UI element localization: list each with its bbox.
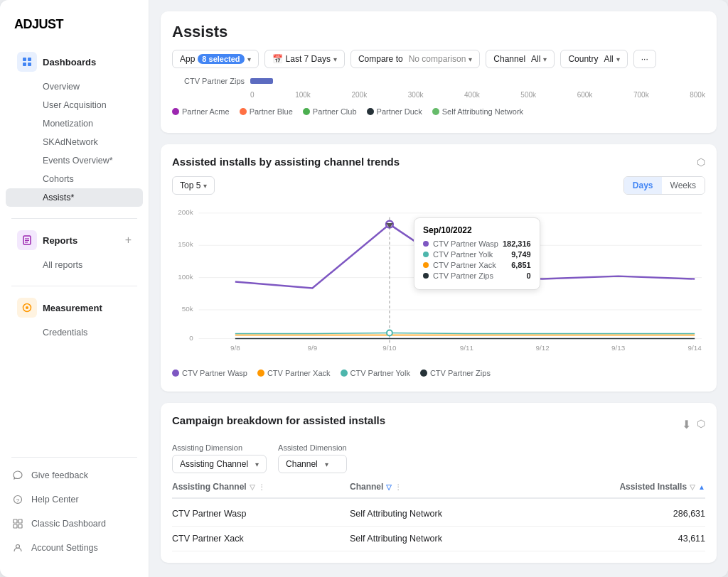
more-icon-channel[interactable]: ⋮ (395, 483, 402, 491)
legend-label-zips: CTV Partner Zips (430, 369, 491, 377)
account-settings-item[interactable]: Account Settings (0, 536, 149, 560)
filter-icon-assisting[interactable]: ▽ (250, 483, 255, 491)
axis-600k: 600k (577, 91, 593, 99)
axis-400k: 400k (464, 91, 480, 99)
legend-dot-yolk (341, 370, 348, 377)
legend-label-blue: Partner Blue (250, 107, 293, 116)
sidebar-item-overview[interactable]: Overview (6, 77, 143, 96)
sidebar-item-all-reports[interactable]: All reports (6, 256, 143, 274)
legend-dot-zips (420, 370, 427, 377)
assisting-dim-select[interactable]: Assisting Channel ▾ (172, 455, 267, 473)
date-filter-btn[interactable]: 📅 Last 7 Days ▾ (264, 50, 345, 68)
svg-rect-12 (14, 519, 17, 523)
svg-text:9/12: 9/12 (535, 344, 549, 352)
legend-label-self-attr: Self Attributing Network (442, 107, 523, 116)
svg-text:9/8: 9/8 (230, 344, 240, 352)
app-logo: ADJUST (0, 11, 149, 46)
assisted-dim-label: Assisted Dimension (278, 443, 347, 452)
days-toggle-btn[interactable]: Days (624, 177, 662, 194)
svg-rect-15 (18, 524, 22, 528)
app-label: App (180, 54, 195, 64)
axis-500k: 500k (520, 91, 536, 99)
dashboards-icon (17, 52, 37, 72)
classic-dashboard-item[interactable]: Classic Dashboard (0, 512, 149, 536)
channel-label: Channel (493, 54, 525, 64)
svg-text:?: ? (16, 497, 20, 504)
sidebar-divider-1 (11, 218, 137, 219)
account-settings-label: Account Settings (31, 543, 98, 553)
line-chart-svg: 200k 150k 100k 50k 0 (172, 203, 705, 357)
breakdown-title: Campaign breakdown for assisted installs (172, 414, 682, 426)
svg-rect-3 (28, 63, 31, 66)
measurement-group-header[interactable]: Measurement (6, 292, 143, 323)
weeks-toggle-btn[interactable]: Weeks (662, 177, 705, 194)
download-icon[interactable]: ⬇ (682, 418, 691, 431)
page-header: Assists (172, 23, 705, 41)
sidebar-item-events-overview[interactable]: Events Overview* (6, 151, 143, 170)
svg-text:150k: 150k (178, 240, 193, 248)
td-installs-1: 286,631 (528, 509, 705, 519)
breakdown-table: Assisting Channel ▽ ⋮ Channel ▽ ⋮ Assist… (172, 482, 705, 551)
reports-group-header[interactable]: Reports + (6, 225, 143, 256)
legend-xack: CTV Partner Xack (257, 369, 331, 377)
give-feedback-item[interactable]: Give feedback (0, 463, 149, 487)
help-center-item[interactable]: ? Help Center (0, 487, 149, 512)
footer-divider (11, 457, 137, 458)
th-assisting-channel: Assisting Channel ▽ ⋮ (172, 482, 350, 492)
svg-text:9/10: 9/10 (382, 344, 397, 352)
date-label: Last 7 Days (286, 54, 331, 64)
assisted-dim-chevron-icon: ▾ (325, 460, 328, 468)
country-filter-btn[interactable]: Country All ▾ (560, 50, 627, 68)
reports-add-icon[interactable]: + (125, 234, 132, 247)
svg-text:50k: 50k (182, 305, 193, 313)
filter-icon-installs[interactable]: ▽ (690, 483, 695, 491)
bar-row: CTV Partner Zips (172, 77, 705, 85)
table-row-2: CTV Partner Xack Self Attributing Networ… (172, 527, 705, 551)
td-installs-2: 43,611 (528, 534, 705, 544)
assisted-dim-group: Assisted Dimension Channel ▾ (278, 443, 347, 473)
more-options-icon: ··· (641, 54, 648, 64)
td-assisting-1: CTV Partner Wasp (172, 509, 350, 519)
account-icon (11, 541, 24, 554)
assisting-dim-chevron-icon: ▾ (255, 460, 259, 468)
top5-select[interactable]: Top 5 ▾ (172, 176, 215, 195)
sidebar: ADJUST Dashboards Overview User Acquisit… (0, 0, 149, 577)
td-channel-2: Self Attributing Network (350, 534, 528, 544)
more-options-btn[interactable]: ··· (633, 50, 656, 68)
legend-label-xack: CTV Partner Xack (267, 369, 331, 377)
bar-fill (250, 78, 273, 84)
dashboards-section: Dashboards Overview User Acquisition Mon… (0, 46, 149, 207)
td-assisting-2: CTV Partner Xack (172, 534, 350, 544)
main-content: Assists App 8 selected ▾ 📅 Last 7 Days ▾… (149, 0, 728, 577)
sidebar-item-credentials[interactable]: Credentials (6, 323, 143, 342)
export-table-icon[interactable]: ⬡ (697, 418, 705, 431)
assisted-dim-value: Channel (286, 459, 318, 469)
toolbar: App 8 selected ▾ 📅 Last 7 Days ▾ Compare… (172, 50, 705, 68)
dashboards-group-header[interactable]: Dashboards (6, 46, 143, 77)
more-icon-assisting[interactable]: ⋮ (258, 483, 265, 491)
channel-filter-btn[interactable]: Channel All ▾ (486, 50, 555, 68)
export-icon[interactable]: ⬡ (697, 156, 705, 168)
measurement-icon (17, 298, 37, 318)
app-filter-btn[interactable]: App 8 selected ▾ (172, 50, 259, 68)
sidebar-item-monetization[interactable]: Monetization (6, 114, 143, 133)
compare-filter-btn[interactable]: Compare to No comparison ▾ (350, 50, 480, 68)
legend-label-duck: Partner Duck (377, 107, 422, 116)
channel-value: All (531, 54, 540, 64)
svg-text:9/9: 9/9 (308, 344, 318, 352)
assisted-dim-select[interactable]: Channel ▾ (278, 455, 347, 473)
axis-200k: 200k (351, 91, 367, 99)
sort-icon-installs[interactable]: ▲ (698, 483, 705, 491)
sidebar-divider-2 (11, 286, 137, 286)
table-header: Assisting Channel ▽ ⋮ Channel ▽ ⋮ Assist… (172, 482, 705, 499)
filter-icon-channel[interactable]: ▽ (386, 483, 392, 491)
svg-text:200k: 200k (178, 208, 193, 216)
sidebar-item-user-acquisition[interactable]: User Acquisition (6, 96, 143, 114)
axis-800k: 800k (690, 91, 705, 99)
svg-rect-14 (14, 524, 17, 528)
sidebar-item-skadnetwork[interactable]: SKAdNetwork (6, 133, 143, 151)
sidebar-item-assists[interactable]: Assists* (6, 188, 143, 207)
sidebar-item-cohorts[interactable]: Cohorts (6, 170, 143, 188)
svg-text:100k: 100k (178, 273, 193, 281)
line-chart-card: Assisted installs by assisting channel t… (161, 144, 717, 392)
